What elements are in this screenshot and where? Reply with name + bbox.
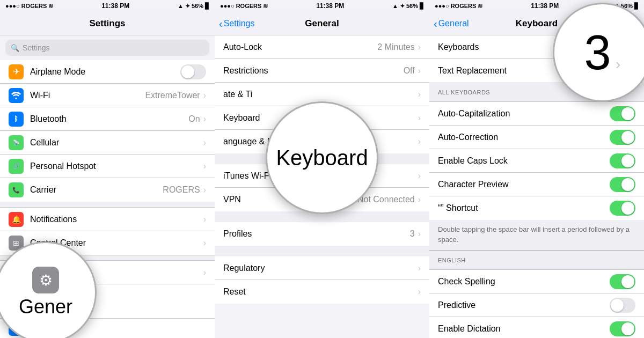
wifi-item[interactable]: Wi-Fi ExtremeTower › [0, 84, 215, 107]
carrier-item[interactable]: 📞 Carrier ROGERS › [0, 178, 215, 202]
back-button-2[interactable]: ‹ Settings [219, 18, 254, 29]
profiles-item[interactable]: Profiles 3 › [215, 222, 429, 246]
search-wrap: 🔍 Settings [0, 35, 215, 60]
shortcut-toggle[interactable] [610, 201, 635, 216]
bluetooth-item[interactable]: ᛒ Bluetooth On › [0, 107, 215, 131]
shortcut-row: “” Shortcut [429, 196, 644, 220]
hotspot-item[interactable]: 🔗 Personal Hotspot › [0, 155, 215, 178]
auto-lock-label: Auto-Lock [223, 42, 377, 52]
auto-cap-label: Auto-Capitalization [438, 109, 610, 119]
notifications-icon: 🔔 [9, 212, 24, 227]
bluetooth-label: Bluetooth [30, 114, 188, 124]
caps-lock-toggle[interactable] [610, 153, 635, 168]
cellular-icon: 📡 [9, 135, 24, 150]
nav-bar-1: Settings [0, 12, 215, 35]
magnifier-number: 3 [584, 26, 611, 79]
back-chevron-2: ‹ [219, 18, 223, 29]
hotspot-chevron: › [203, 161, 206, 171]
airplane-label: Airplane Mode [30, 67, 180, 77]
search-icon: 🔍 [11, 44, 19, 52]
carrier-status-1: ●●●○ ROGERS ≋ [5, 3, 53, 10]
notifications-item[interactable]: 🔔 Notifications › [0, 208, 215, 231]
search-bar[interactable]: 🔍 Settings [5, 40, 209, 56]
auto-correct-label: Auto-Correction [438, 133, 610, 142]
dictation-row: Enable Dictation [429, 317, 644, 338]
restrictions-value: Off [404, 66, 415, 76]
nav-title-3: Keyboard [516, 18, 558, 29]
auto-lock-value: 2 Minutes [377, 42, 414, 52]
wifi-label: Wi-Fi [30, 91, 145, 100]
battery-status-1: ▲ ✦ 56% ▊ [178, 3, 209, 10]
cellular-item[interactable]: 📡 Cellular › [0, 131, 215, 155]
general-list-4: Regulatory › Reset › [215, 256, 429, 304]
check-spelling-label: Check Spelling [438, 277, 610, 286]
caps-lock-row: Enable Caps Lock [429, 149, 644, 173]
wifi-value: ExtremeTower [145, 91, 200, 100]
profiles-value: 3 [410, 229, 415, 239]
carrier-3: ●●●○ ROGERS ≋ [435, 3, 482, 10]
settings-panel: ●●●○ ROGERS ≋ 11:38 PM ▲ ✦ 56% ▊ Setting… [0, 0, 215, 338]
auto-cap-toggle[interactable] [610, 106, 635, 121]
carrier-chevron: › [203, 185, 206, 195]
shortcut-label: “” Shortcut [438, 203, 610, 213]
predictive-toggle[interactable] [610, 298, 635, 313]
dictation-toggle[interactable] [610, 321, 635, 336]
back-label-3: General [438, 19, 469, 28]
time-3: 11:38 PM [531, 2, 559, 10]
nav-title-1: Settings [89, 18, 125, 29]
restrictions-label: Restrictions [223, 66, 404, 76]
magnifier-text-2: Keyboard [276, 146, 368, 170]
char-preview-label: Character Preview [438, 180, 610, 189]
vpn-value: Not Connected [357, 195, 415, 204]
back-chevron-3: ‹ [434, 18, 437, 29]
regulatory-label: Regulatory [223, 263, 418, 273]
char-preview-toggle[interactable] [610, 177, 635, 192]
wifi-icon [9, 88, 24, 103]
bluetooth-icon: ᛒ [9, 112, 24, 127]
reset-label: Reset [223, 287, 418, 297]
back-button-3[interactable]: ‹ General [434, 18, 469, 29]
separator-mid3 [215, 246, 429, 256]
group-separator-1 [0, 202, 215, 208]
nav-bar-2: ‹ Settings General [215, 12, 429, 35]
restrictions-item[interactable]: Restrictions Off › [215, 59, 429, 83]
airplane-icon: ✈ [9, 64, 24, 79]
carrier-icon: 📞 [9, 182, 24, 197]
helper-text: Double tapping the space bar will insert… [438, 225, 630, 244]
magnifier-content-2: Keyboard [266, 135, 378, 181]
hotspot-icon: 🔗 [9, 159, 24, 174]
notifications-chevron: › [203, 215, 206, 224]
english-group: Check Spelling Predictive Enable Dictati… [429, 270, 644, 338]
status-bar-2: ●●●○ ROGERS ≋ 11:38 PM ▲ ✦ 56% ▊ [215, 0, 429, 12]
keyboard-panel: ●●●○ ROGERS ≋ 11:38 PM ▲ ✦ 56% ▊ ‹ Gener… [429, 0, 644, 338]
predictive-row: Predictive [429, 293, 644, 317]
back-label-2: Settings [224, 19, 255, 28]
reset-item[interactable]: Reset › [215, 280, 429, 304]
magnifier-circle-2: Keyboard [266, 101, 378, 214]
all-keyboards-label: ALL KEYBOARDS [438, 89, 490, 95]
magnifier-content-3: 3 › [584, 28, 621, 77]
magnifier-chevron: › [616, 56, 620, 72]
datetime-label: ate & Ti [223, 90, 418, 99]
control-chevron: › [203, 238, 206, 248]
char-preview-row: Character Preview [429, 173, 644, 196]
check-spelling-toggle[interactable] [610, 274, 635, 289]
magnifier-icon: ⚙ [32, 267, 59, 293]
airplane-toggle[interactable] [180, 64, 206, 79]
carrier-2: ●●●○ ROGERS ≋ [220, 3, 268, 10]
search-placeholder: Settings [23, 43, 50, 52]
airplane-mode-item[interactable]: ✈ Airplane Mode [0, 60, 215, 84]
regulatory-item[interactable]: Regulatory › [215, 256, 429, 280]
cellular-chevron: › [203, 138, 206, 148]
hotspot-label: Personal Hotspot [30, 161, 203, 171]
time-2: 11:38 PM [316, 2, 344, 10]
battery-2: ▲ ✦ 56% ▊ [392, 3, 424, 10]
magnifier-content-1: ⚙ Gener [19, 267, 72, 318]
auto-correct-toggle[interactable] [610, 130, 635, 145]
nav-title-2: General [305, 18, 339, 29]
auto-lock-item[interactable]: Auto-Lock 2 Minutes › [215, 35, 429, 59]
carrier-label: Carrier [30, 185, 163, 195]
english-label: ENGLISH [438, 257, 466, 263]
bluetooth-value: On [188, 114, 200, 124]
english-separator: ENGLISH [429, 251, 644, 270]
